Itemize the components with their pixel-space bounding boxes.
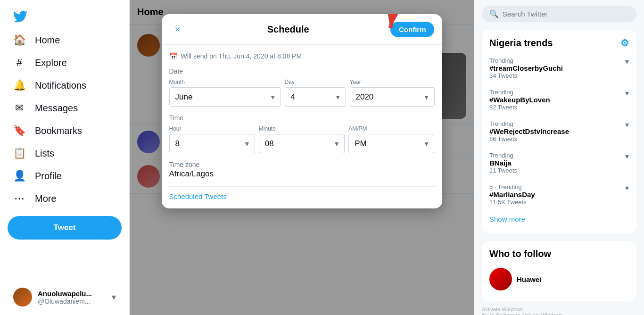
hour-select[interactable]: 8	[169, 134, 255, 153]
search-input[interactable]	[503, 10, 629, 18]
trend-5-more-icon: ▾	[625, 183, 629, 192]
tweet-button[interactable]: Tweet	[8, 216, 122, 240]
schedule-info: 📅 Will send on Thu, Jun 4, 2020 at 8:08 …	[169, 52, 435, 60]
time-label: Time	[169, 114, 435, 122]
trend-5-count: 11.5K Tweets	[489, 199, 535, 206]
trend-4-count: 11 Tweets	[489, 167, 517, 174]
trend-1-name: #treamCloserbyGuchi	[489, 64, 563, 72]
sidebar-item-home[interactable]: 🏠 Home	[8, 29, 122, 51]
minute-select-wrapper: 08 ▼	[259, 134, 345, 153]
scheduled-tweets-link[interactable]: Scheduled Tweets	[169, 192, 227, 200]
trend-item-1-header: Trending #treamCloserbyGuchi 34 Tweets ▾	[489, 57, 629, 79]
home-nav-label: Home	[35, 35, 60, 46]
modal-body: 📅 Will send on Thu, Jun 4, 2020 at 8:08 …	[162, 45, 442, 208]
trend-item-3[interactable]: Trending #WeRejectDstvIncrease 86 Tweets…	[482, 116, 636, 147]
trend-2-name: #WakeupByLoven	[489, 96, 550, 104]
trend-item-1[interactable]: Trending #treamCloserbyGuchi 34 Tweets ▾	[482, 52, 636, 84]
minute-label: Minute	[259, 125, 345, 132]
avatar	[13, 288, 32, 307]
year-select[interactable]: 2020	[350, 87, 435, 107]
hour-select-group: Hour 8 ▼	[169, 125, 255, 153]
search-icon: 🔍	[489, 9, 499, 18]
trend-item-2[interactable]: Trending #WakeupByLoven 82 Tweets ▾	[482, 84, 636, 116]
trend-4-more-icon: ▾	[625, 152, 629, 161]
minute-select[interactable]: 08	[259, 134, 345, 153]
sidebar-item-lists[interactable]: 📋 Lists	[8, 142, 122, 164]
sidebar-item-notifications[interactable]: 🔔 Notifications	[8, 75, 122, 96]
trend-item-5[interactable]: 5 · Trending #MarliansDay 11.5K Tweets ▾	[482, 179, 636, 210]
date-label: Date	[169, 67, 435, 75]
trend-1-more-icon: ▾	[625, 57, 629, 66]
month-select[interactable]: June	[169, 87, 281, 107]
minute-select-group: Minute 08 ▼	[259, 125, 345, 153]
sidebar-item-bookmarks[interactable]: 🔖 Bookmarks	[8, 120, 122, 141]
trends-title: Nigeria trends	[489, 38, 553, 49]
month-select-group: Month June ▼	[169, 79, 281, 107]
settings-gear-icon[interactable]: ⚙	[620, 37, 629, 49]
trend-4-category: Trending	[489, 152, 517, 159]
modal-title: Schedule	[267, 24, 309, 35]
month-select-wrapper: June ▼	[169, 87, 281, 107]
confirm-button[interactable]: Confirm	[390, 22, 435, 37]
timezone-section: Time zone Africa/Lagos	[169, 161, 435, 179]
user-more-icon: ▾	[112, 292, 116, 302]
month-label: Month	[169, 79, 281, 85]
nav-items: 🏠 Home # Explore 🔔 Notifications ✉ Messa…	[8, 29, 122, 210]
explore-nav-label: Explore	[35, 58, 67, 68]
hour-label: Hour	[169, 125, 255, 132]
sidebar-item-more[interactable]: ⋯ More	[8, 188, 122, 209]
day-select-wrapper: 4 ▼	[285, 87, 346, 107]
main-content: Home	[130, 0, 474, 315]
trend-item-3-header: Trending #WeRejectDstvIncrease 86 Tweets…	[489, 120, 629, 142]
trend-2-more-icon: ▾	[625, 89, 629, 98]
user-info: Anuoluwapelu... @Oluwadaniem...	[38, 290, 112, 305]
twitter-logo[interactable]	[8, 4, 122, 27]
schedule-info-text: Will send on Thu, Jun 4, 2020 at 8:08 PM	[181, 52, 302, 60]
sidebar-user[interactable]: Anuoluwapelu... @Oluwadaniem... ▾	[8, 283, 122, 311]
sidebar-item-explore[interactable]: # Explore	[8, 52, 122, 74]
trend-5-category: 5 · Trending	[489, 183, 535, 191]
trend-item-2-header: Trending #WakeupByLoven 82 Tweets ▾	[489, 89, 629, 111]
twitter-bird-icon	[13, 9, 27, 24]
trend-1-category: Trending	[489, 57, 563, 64]
lists-nav-label: Lists	[35, 148, 54, 159]
day-select[interactable]: 4	[285, 87, 346, 107]
search-bar[interactable]: 🔍	[482, 6, 636, 22]
trend-item-4[interactable]: Trending BNaija 11 Tweets ▾	[482, 147, 636, 179]
explore-nav-icon: #	[13, 57, 25, 69]
user-name: Anuoluwapelu...	[38, 290, 112, 298]
trend-3-category: Trending	[489, 120, 569, 127]
sidebar-item-profile[interactable]: 👤 Profile	[8, 165, 122, 187]
bookmarks-nav-label: Bookmarks	[35, 125, 82, 136]
bookmarks-nav-icon: 🔖	[13, 124, 25, 137]
more-nav-label: More	[35, 193, 57, 204]
ampm-select-wrapper: PM AM ▼	[348, 134, 434, 153]
messages-nav-label: Messages	[35, 103, 78, 114]
sidebar-item-messages[interactable]: ✉ Messages	[8, 97, 122, 119]
trend-item-4-header: Trending BNaija 11 Tweets ▾	[489, 152, 629, 174]
year-label: Year	[350, 79, 435, 85]
schedule-modal: × Schedule Confirm 📅 Will send on Thu, J…	[162, 14, 442, 208]
show-more-link[interactable]: Show more	[482, 210, 636, 228]
trends-card: Nigeria trends ⚙ Trending #treamCloserby…	[482, 30, 636, 233]
day-select-group: Day 4 ▼	[285, 79, 346, 107]
trend-4-name: BNaija	[489, 159, 517, 167]
modal-divider	[169, 186, 435, 187]
trend-3-more-icon: ▾	[625, 120, 629, 129]
modal-close-button[interactable]: ×	[169, 21, 186, 38]
profile-nav-label: Profile	[35, 171, 62, 182]
time-selects: Hour 8 ▼ Minute 08	[169, 125, 435, 153]
year-select-wrapper: 2020 ▼	[350, 87, 435, 107]
calendar-icon: 📅	[169, 52, 177, 60]
ampm-select[interactable]: PM AM	[348, 134, 434, 153]
timezone-value: Africa/Lagos	[169, 169, 435, 179]
sidebar: 🏠 Home # Explore 🔔 Notifications ✉ Messa…	[0, 0, 130, 315]
trend-5-name: #MarliansDay	[489, 191, 535, 199]
follow-item-huawei[interactable]: Huawei	[482, 263, 636, 295]
day-label: Day	[285, 79, 346, 85]
modal-header: × Schedule Confirm	[162, 14, 442, 45]
huawei-avatar	[489, 268, 512, 290]
right-sidebar: 🔍 Nigeria trends ⚙ Trending #treamCloser…	[474, 0, 644, 315]
trend-item-5-header: 5 · Trending #MarliansDay 11.5K Tweets ▾	[489, 183, 629, 206]
schedule-overlay[interactable]: × Schedule Confirm 📅 Will send on Thu, J…	[130, 0, 474, 315]
